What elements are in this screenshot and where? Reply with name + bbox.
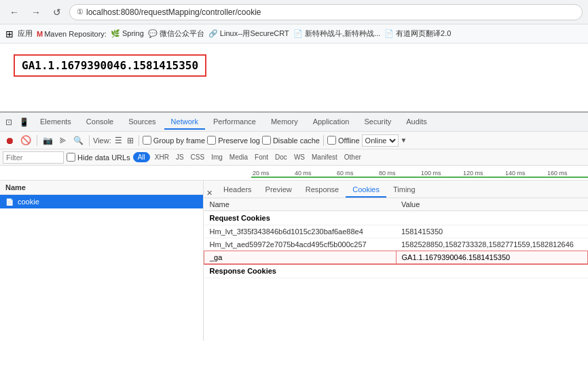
back-button[interactable]: ← (5, 5, 23, 19)
col-name: Name (204, 198, 397, 211)
hide-data-urls-checkbox[interactable] (67, 153, 75, 162)
preserve-log-label[interactable]: Preserve log (207, 136, 260, 145)
tab-application[interactable]: Application (306, 115, 356, 130)
offline-label[interactable]: Offline (327, 136, 360, 145)
cookie-value-display: GA1.1.1679390046.1581415350 (14, 54, 206, 77)
list-item-cookie[interactable]: 📄 cookie (0, 195, 203, 208)
grid-view-button[interactable]: ⊞ (126, 136, 135, 145)
section-request-cookies: Request Cookies (204, 211, 588, 225)
cookie-value-hm2: 1582528850,1582733328,1582771559,1582812… (396, 238, 588, 251)
apps-icon[interactable]: ⊞ (5, 29, 14, 39)
table-row-ga[interactable]: _ga GA1.1.1679390046.1581415350 (204, 251, 588, 264)
disable-cache-checkbox[interactable] (262, 136, 271, 145)
tl-160ms: 160 ms (546, 170, 588, 177)
devtools-icon-device[interactable]: 📱 (16, 117, 32, 127)
filter-input[interactable] (3, 151, 64, 164)
tab-performance[interactable]: Performance (206, 115, 263, 130)
address-input[interactable] (86, 7, 575, 17)
cookie-value-ga: GA1.1.1679390046.1581415350 (396, 251, 588, 264)
reload-button[interactable]: ↺ (49, 5, 65, 19)
group-by-frame-checkbox[interactable] (143, 136, 151, 145)
devtools-panel: ⊡ 📱 Elements Console Sources Network Per… (0, 111, 588, 341)
tab-memory[interactable]: Memory (264, 115, 305, 130)
timeline-green-line (251, 177, 588, 178)
tl-60ms: 60 ms (335, 170, 378, 177)
filter-row: Hide data URLs All XHR JS CSS Img Media … (0, 149, 588, 166)
toolbar-sep4 (323, 135, 324, 146)
col-value: Value (396, 198, 588, 211)
filter-tag-manifest[interactable]: Manifest (310, 153, 339, 161)
filter-tag-ws[interactable]: WS (292, 153, 307, 161)
bookmark-special[interactable]: 📄 新特种战斗,新特种战... (293, 29, 380, 39)
cookies-content: Name Value Request Cookies Hm_lvt_3f35f3… (204, 198, 588, 341)
hide-data-urls-label[interactable]: Hide data URLs (67, 153, 130, 162)
tab-audits[interactable]: Audits (399, 115, 434, 130)
toolbar-sep1 (37, 135, 37, 146)
preserve-log-checkbox[interactable] (207, 136, 216, 145)
dropdown-arrow: ▼ (401, 136, 407, 144)
lock-icon: ① (77, 7, 84, 16)
timeline-labels: 20 ms 40 ms 60 ms 80 ms 100 ms 120 ms 14… (251, 170, 588, 177)
filter-tag-css[interactable]: CSS (189, 153, 207, 161)
filter-tag-all[interactable]: All (133, 152, 150, 162)
cookies-table: Name Value Request Cookies Hm_lvt_3f35f3… (204, 198, 588, 278)
search-button[interactable]: 🔍 (71, 136, 86, 145)
table-row-hm-lvt2[interactable]: Hm_lvt_aed59972e7075b4acd495cf5b000c257 … (204, 238, 588, 251)
tab-sources[interactable]: Sources (122, 115, 162, 130)
right-tab-cookies[interactable]: Cookies (346, 183, 386, 198)
cookie-value-hm1: 1581415350 (396, 225, 588, 238)
disable-cache-label[interactable]: Disable cache (262, 136, 320, 145)
clear-button[interactable]: 🚫 (18, 135, 33, 145)
throttle-dropdown[interactable]: Online (362, 134, 399, 147)
bookmark-maven[interactable]: M Maven Repository: (37, 30, 107, 38)
cookie-name-hm1: Hm_lvt_3f35f343846b6d1015c230baf6ae88e4 (204, 225, 397, 238)
bookmark-wechat[interactable]: 💬 微信公众平台 (148, 29, 204, 39)
cookie-file-icon: 📄 (5, 198, 14, 206)
devtools-main: Name 📄 cookie ✕ Headers Preview Response… (0, 181, 588, 341)
page-content: GA1.1.1679390046.1581415350 (0, 43, 588, 111)
right-tabs-bar: ✕ Headers Preview Response Cookies Timin… (204, 181, 588, 198)
right-tab-response[interactable]: Response (299, 183, 346, 198)
table-row-hm-lvt1[interactable]: Hm_lvt_3f35f343846b6d1015c230baf6ae88e4 … (204, 225, 588, 238)
filter-tag-doc[interactable]: Doc (273, 153, 289, 161)
tl-140ms: 140 ms (504, 170, 546, 177)
view-label: View: (93, 136, 111, 145)
devtools-tabs-bar: ⊡ 📱 Elements Console Sources Network Per… (0, 113, 588, 132)
section-response-cookies: Response Cookies (204, 264, 588, 278)
tl-20ms: 20 ms (251, 170, 293, 177)
left-panel-header: Name (0, 181, 203, 195)
filter-tag-font[interactable]: Font (253, 153, 270, 161)
right-tab-headers[interactable]: Headers (217, 183, 259, 198)
bookmark-apps[interactable]: 应用 (18, 29, 33, 39)
right-tab-preview[interactable]: Preview (259, 183, 299, 198)
filter-tag-media[interactable]: Media (227, 153, 250, 161)
filter-tag-other[interactable]: Other (342, 153, 363, 161)
close-tab-button[interactable]: ✕ (204, 189, 215, 198)
list-view-button[interactable]: ☰ (113, 136, 124, 145)
offline-checkbox[interactable] (327, 136, 336, 145)
toolbar-sep3 (139, 135, 139, 146)
right-tab-timing[interactable]: Timing (386, 183, 422, 198)
cookie-name-hm2: Hm_lvt_aed59972e7075b4acd495cf5b000c257 (204, 238, 397, 251)
tab-security[interactable]: Security (357, 115, 398, 130)
forward-button[interactable]: → (27, 5, 45, 19)
tab-elements[interactable]: Elements (33, 115, 78, 130)
devtools-icon-inspect[interactable]: ⊡ (3, 117, 15, 127)
filter-tag-xhr[interactable]: XHR (153, 153, 171, 161)
group-by-frame-label[interactable]: Group by frame (143, 136, 205, 145)
filter-toggle[interactable]: ⫸ (57, 136, 69, 145)
cookie-value-text: GA1.1.1679390046.1581415350 (22, 59, 198, 72)
tab-console[interactable]: Console (79, 115, 120, 130)
video-icon[interactable]: 📷 (41, 136, 55, 145)
bookmark-spring[interactable]: 🌿 Spring (111, 29, 144, 38)
tl-100ms: 100 ms (420, 170, 462, 177)
tab-network[interactable]: Network (164, 115, 205, 130)
bookmark-linux[interactable]: 🔗 Linux--用SecureCRT (208, 29, 289, 39)
tl-40ms: 40 ms (293, 170, 335, 177)
filter-tag-js[interactable]: JS (174, 153, 186, 161)
record-button[interactable]: ⏺ (3, 135, 16, 146)
bookmark-youdao[interactable]: 📄 有道网页翻译2.0 (384, 29, 451, 39)
filter-tag-img[interactable]: Img (209, 153, 225, 161)
network-toolbar: ⏺ 🚫 📷 ⫸ 🔍 View: ☰ ⊞ Group by frame Prese… (0, 132, 588, 149)
cookie-name-ga: _ga (204, 251, 397, 264)
